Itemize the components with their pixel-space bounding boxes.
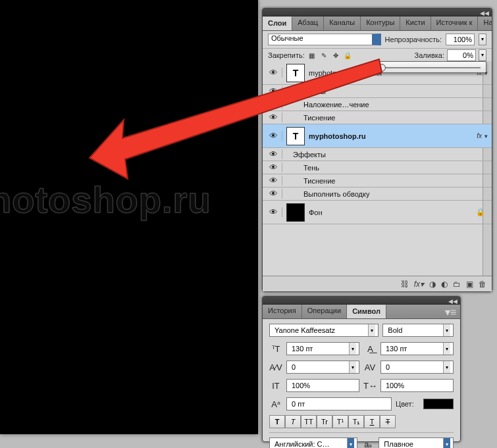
vertical-scale-input-wrap[interactable]: [286, 379, 359, 392]
fx-header-row[interactable]: 👁 Эффекты: [263, 85, 492, 98]
antialias-select[interactable]: ▾: [379, 437, 454, 448]
layer-row-background[interactable]: 👁 Фон 🔒: [263, 201, 492, 224]
fx-header-row[interactable]: 👁 Эффекты: [263, 148, 492, 161]
font-style-input[interactable]: [386, 326, 443, 334]
add-style-icon[interactable]: fx▾: [414, 280, 424, 289]
blend-mode-select[interactable]: Обычные: [268, 34, 381, 45]
add-mask-icon[interactable]: ◑: [429, 280, 436, 289]
opacity-dropdown-icon[interactable]: ▾: [479, 34, 486, 45]
all-caps-button[interactable]: TT: [301, 415, 317, 428]
font-family-input[interactable]: [273, 326, 368, 334]
fill-slider-track[interactable]: [380, 67, 481, 68]
lock-transparency-icon[interactable]: ▦: [307, 51, 317, 60]
dropdown-icon[interactable]: ▾: [347, 438, 354, 448]
panel-menu-icon[interactable]: ▾≡: [441, 305, 460, 318]
horizontal-scale-input-wrap[interactable]: [380, 379, 454, 392]
font-style-select[interactable]: ▾: [382, 324, 454, 337]
fx-item-row[interactable]: 👁 Тиснение: [263, 111, 492, 124]
new-layer-icon[interactable]: ▣: [466, 280, 473, 289]
fx-item-row[interactable]: 👁 Тиснение: [263, 174, 492, 187]
opacity-input[interactable]: [446, 34, 475, 45]
font-family-select[interactable]: ▾: [269, 324, 379, 337]
leading-input[interactable]: [384, 345, 443, 353]
leading-icon: A͟: [363, 344, 377, 354]
vertical-scale-icon: IT: [269, 381, 282, 391]
new-fill-adjustment-icon[interactable]: ◐: [441, 280, 448, 289]
tracking-select[interactable]: ▾: [380, 361, 454, 374]
visibility-icon[interactable]: 👁: [265, 149, 282, 159]
language-input[interactable]: [273, 440, 347, 448]
panel-drag-header[interactable]: ◀◀: [263, 297, 460, 305]
visibility-icon[interactable]: 👁: [265, 189, 282, 199]
tab-character[interactable]: Символ: [347, 305, 386, 318]
panel-drag-header[interactable]: ◀◀: [263, 9, 492, 16]
visibility-icon[interactable]: 👁: [265, 99, 282, 109]
color-swatch[interactable]: [423, 399, 454, 409]
dropdown-icon[interactable]: ▾: [443, 343, 450, 355]
fx-item-row[interactable]: 👁 Тень: [263, 161, 492, 174]
dropdown-icon[interactable]: ▾: [443, 438, 450, 448]
underline-button[interactable]: T: [364, 415, 380, 428]
fill-dropdown-icon[interactable]: ▾: [479, 49, 486, 61]
tab-brushes[interactable]: Кисти: [400, 16, 431, 30]
language-select[interactable]: ▾: [269, 437, 357, 448]
lock-pixels-icon[interactable]: ✎: [319, 51, 328, 60]
vertical-scale-input[interactable]: [290, 382, 356, 389]
fill-slider-thumb[interactable]: [378, 64, 386, 72]
tab-paths[interactable]: Контуры: [361, 16, 400, 30]
collapse-icon[interactable]: ◀◀: [480, 10, 489, 16]
visibility-icon[interactable]: 👁: [265, 162, 282, 172]
tab-paragraph[interactable]: Абзац: [292, 16, 324, 30]
link-layers-icon[interactable]: ⛓: [401, 280, 409, 289]
fx-toggle-icon[interactable]: ▾: [484, 133, 488, 139]
layer-name[interactable]: myphotoshop.ru: [309, 132, 477, 140]
visibility-icon[interactable]: 👁: [265, 207, 282, 217]
kerning-input[interactable]: [290, 363, 349, 371]
font-size-icon: ᵀT: [269, 344, 282, 354]
leading-select[interactable]: ▾: [380, 342, 454, 355]
visibility-icon[interactable]: 👁: [265, 131, 282, 141]
dropdown-icon[interactable]: ▾: [349, 361, 356, 373]
lock-position-icon[interactable]: ✥: [331, 51, 340, 60]
subscript-button[interactable]: T₁: [348, 415, 364, 428]
new-group-icon[interactable]: 🗀: [453, 280, 461, 289]
font-size-input[interactable]: [290, 345, 349, 353]
baseline-shift-input-wrap[interactable]: [286, 397, 392, 411]
visibility-icon[interactable]: 👁: [265, 176, 282, 186]
visibility-icon[interactable]: 👁: [265, 112, 282, 122]
tab-presets[interactable]: Наборы ки: [478, 16, 492, 30]
lock-all-icon[interactable]: 🔒: [343, 51, 352, 60]
antialias-input[interactable]: [382, 440, 443, 448]
document-canvas[interactable]: hotoshop.ru: [0, 0, 258, 434]
fx-item-row[interactable]: 👁 Выполнить обводку: [263, 187, 492, 201]
tab-source[interactable]: Источник к: [431, 16, 479, 30]
color-label: Цвет:: [396, 400, 419, 408]
visibility-icon[interactable]: 👁: [265, 86, 282, 96]
tab-channels[interactable]: Каналы: [324, 16, 361, 30]
font-size-select[interactable]: ▾: [286, 342, 359, 355]
dropdown-icon[interactable]: ▾: [443, 324, 450, 336]
layer-name[interactable]: Фон: [309, 209, 476, 216]
fx-item-row[interactable]: 👁 Наложение…чение: [263, 98, 492, 111]
baseline-shift-input[interactable]: [290, 400, 388, 408]
kerning-select[interactable]: ▾: [286, 361, 359, 374]
dropdown-icon[interactable]: ▾: [443, 361, 450, 373]
small-caps-button[interactable]: Tr: [317, 415, 332, 428]
tab-layers[interactable]: Слои: [263, 16, 292, 30]
dropdown-icon[interactable]: ▾: [368, 324, 375, 336]
faux-bold-button[interactable]: T: [269, 415, 285, 428]
layer-row-text-selected[interactable]: 👁 T myphotoshop.ru fx ▾: [263, 124, 492, 148]
visibility-icon[interactable]: 👁: [265, 68, 282, 78]
fx-badge[interactable]: fx: [477, 132, 482, 139]
delete-layer-icon[interactable]: 🗑: [479, 280, 486, 289]
collapse-icon[interactable]: ◀◀: [448, 298, 458, 305]
horizontal-scale-input[interactable]: [384, 382, 450, 389]
tracking-input[interactable]: [384, 363, 443, 371]
strikethrough-button[interactable]: Ŧ: [380, 415, 396, 428]
fill-input[interactable]: [447, 49, 476, 61]
tab-history[interactable]: История: [263, 305, 302, 318]
tab-actions[interactable]: Операции: [302, 305, 347, 318]
dropdown-icon[interactable]: ▾: [349, 343, 356, 355]
faux-italic-button[interactable]: T: [285, 415, 301, 428]
superscript-button[interactable]: T¹: [332, 415, 348, 428]
